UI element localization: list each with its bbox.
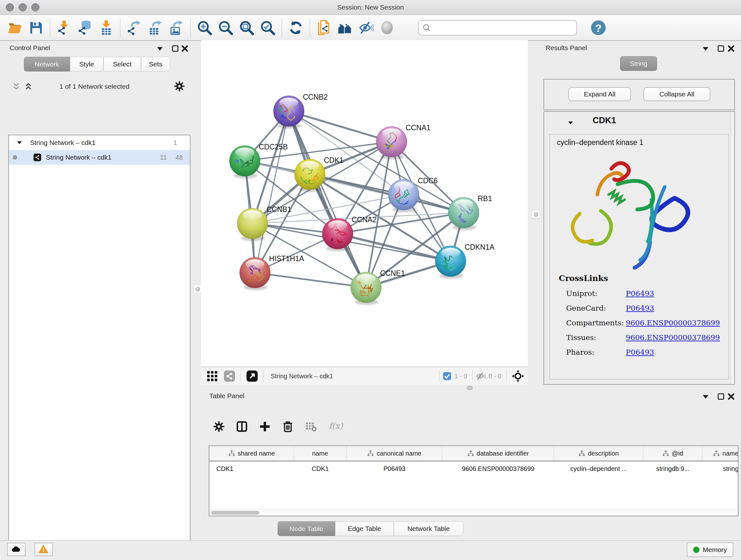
node-CDC25B[interactable]: CDC25B <box>229 143 288 179</box>
crosslink-link[interactable]: P06493 <box>626 289 654 298</box>
node-CDC6[interactable]: CDC6 <box>388 177 438 212</box>
edge-CCNB2-CCNA1[interactable] <box>289 111 392 142</box>
tab-string[interactable]: String <box>620 56 657 71</box>
import-database-icon <box>77 20 93 36</box>
network-row-selected[interactable]: String Network – cdk1 11 48 <box>9 150 190 165</box>
tab-select[interactable]: Select <box>104 57 141 71</box>
hide-selected-button[interactable] <box>358 19 374 36</box>
column-header-namespace[interactable]: namespace <box>702 446 738 461</box>
results-panel-menu-button[interactable] <box>701 45 710 53</box>
function-builder-button[interactable]: f(x) <box>327 419 347 434</box>
node-CCNB2[interactable]: CCNB2 <box>273 93 328 129</box>
crosslink-link[interactable]: P06493 <box>626 348 654 356</box>
column-header-canonical-name[interactable]: canonical name <box>347 446 442 461</box>
tab-network-table[interactable]: Network Table <box>394 521 463 536</box>
control-panel-menu-button[interactable] <box>156 45 164 53</box>
import-network-from-database-button[interactable] <box>77 19 93 36</box>
crosslink-link[interactable]: 9606.ENSP00000378699 <box>626 319 720 327</box>
table-hscrollbar[interactable] <box>209 509 738 516</box>
column-header-database-identifier[interactable]: database identifier <box>442 446 554 461</box>
create-column-button[interactable] <box>258 419 272 434</box>
export-network-button[interactable] <box>126 19 143 36</box>
table-hscroll-thumb[interactable] <box>211 511 259 515</box>
open-network-file-button[interactable] <box>316 19 332 36</box>
first-neighbors-button[interactable] <box>337 19 353 36</box>
cloud-button[interactable] <box>7 543 25 556</box>
birds-eye-grid-button[interactable] <box>205 369 219 383</box>
save-session-button[interactable] <box>28 19 44 36</box>
table-panel-float-button[interactable] <box>717 392 725 401</box>
table-cell[interactable]: cyclin–dependent ... <box>554 465 643 473</box>
control-panel-float-button[interactable] <box>171 44 179 53</box>
crosslink-link[interactable]: 9606.ENSP00000378699 <box>626 333 720 341</box>
homes-icon <box>337 20 353 36</box>
fit-selected-crosshair-button[interactable] <box>511 369 525 383</box>
table-cell[interactable]: CDK1 <box>294 465 347 473</box>
delete-table-button[interactable] <box>304 419 318 434</box>
help-button[interactable]: ? <box>590 20 606 36</box>
crosslink-label: Uniprot: <box>566 289 626 298</box>
column-header--id[interactable]: @id <box>643 446 702 461</box>
export-image-button[interactable] <box>168 19 185 36</box>
column-header-name[interactable]: name <box>294 446 347 461</box>
warnings-button[interactable] <box>35 543 53 556</box>
network-collection-row[interactable]: String Network – cdk1 1 <box>9 135 190 150</box>
network-overview-button[interactable] <box>223 369 236 383</box>
hidden-eye-icon[interactable] <box>475 371 486 381</box>
left-splitter-grip[interactable] <box>193 285 202 293</box>
edge-HIST1H1A-CCNE1[interactable] <box>255 273 366 287</box>
import-network-from-file-button[interactable] <box>56 19 72 36</box>
collapse-all-button[interactable]: Collapse All <box>643 87 711 101</box>
show-columns-button[interactable] <box>234 419 249 434</box>
zoom-in-button[interactable] <box>196 19 213 36</box>
selected-count: 1 - 0 <box>455 373 467 380</box>
control-panel-close-button[interactable] <box>181 44 189 53</box>
table-cell[interactable]: 9606.ENSP00000378699 <box>442 465 554 473</box>
node-RB1[interactable]: RB1 <box>448 194 492 230</box>
column-header-shared-name[interactable]: shared name <box>209 446 294 461</box>
tab-node-table[interactable]: Node Table <box>278 521 335 536</box>
highlight-sphere-button[interactable] <box>379 19 395 36</box>
table-panel-close-button[interactable] <box>727 392 735 401</box>
zoom-out-button[interactable] <box>217 19 234 36</box>
apply-preferred-layout-button[interactable] <box>287 19 304 36</box>
open-session-button[interactable] <box>7 19 23 36</box>
table-row[interactable]: CDK1CDK1P064939606.ENSP00000378699cyclin… <box>209 461 738 476</box>
tab-edge-table[interactable]: Edge Table <box>335 521 394 536</box>
tab-sets[interactable]: Sets <box>141 57 170 71</box>
network-options-gear-button[interactable] <box>174 80 185 92</box>
memory-button[interactable]: Memory <box>687 543 733 557</box>
node-HIST1H1A[interactable]: HIST1H1A <box>240 254 305 290</box>
help-icon: ? <box>590 20 606 36</box>
delete-column-button[interactable] <box>280 419 295 434</box>
results-panel-float-button[interactable] <box>717 44 725 53</box>
expand-all-button[interactable]: Expand All <box>568 87 631 101</box>
detach-view-button[interactable] <box>246 369 259 383</box>
table-cell[interactable]: P06493 <box>347 465 442 473</box>
network-canvas[interactable]: CCNB2CCNA1CDC25BCDK1CDC6RB1CCNB1CCNA2CDK… <box>201 40 528 367</box>
table-cell[interactable]: CDK1 <box>209 465 294 473</box>
section-expander-icon[interactable] <box>567 119 574 126</box>
results-scrollbar[interactable] <box>730 112 734 384</box>
import-table-from-file-button[interactable] <box>98 19 115 36</box>
results-panel-close-button[interactable] <box>727 44 735 53</box>
search-input[interactable] <box>431 22 576 34</box>
export-table-button[interactable] <box>147 19 164 36</box>
tab-style[interactable]: Style <box>70 57 104 71</box>
results-panel-title: Results Panel <box>546 44 587 52</box>
table-cell[interactable]: stringdb:9... <box>643 465 702 473</box>
column-header-description[interactable]: description <box>554 446 643 461</box>
zoom-fit-button[interactable] <box>239 19 255 36</box>
right-splitter[interactable] <box>529 40 542 384</box>
edge-CDK1-RB1[interactable] <box>310 174 464 212</box>
node-CDKN1A[interactable]: CDKN1A <box>435 243 495 279</box>
zoom-selected-button[interactable] <box>259 19 276 36</box>
collection-expander-icon[interactable] <box>16 139 23 146</box>
table-options-button[interactable] <box>212 419 226 434</box>
table-panel-menu-button[interactable] <box>701 393 710 401</box>
crosslink-link[interactable]: P06493 <box>626 304 654 312</box>
node-CCNE1[interactable]: CCNE1 <box>351 269 405 305</box>
tab-network[interactable]: Network <box>24 57 70 71</box>
selected-checkbox-icon[interactable] <box>442 371 452 381</box>
table-cell[interactable]: stringdb <box>702 465 738 473</box>
